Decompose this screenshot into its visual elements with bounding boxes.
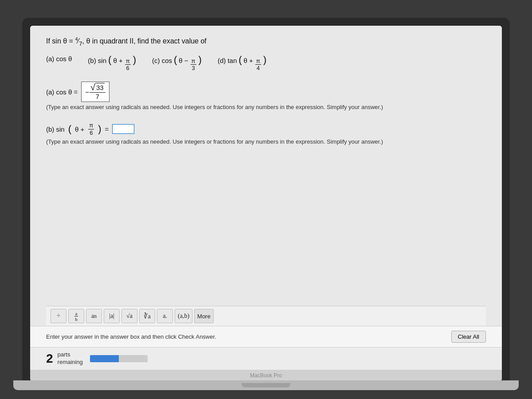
choice-c-lparen: ( [174, 55, 177, 65]
choice-a-label: (a) cos θ [46, 55, 72, 63]
answer-a-frac-den: 7 [95, 93, 100, 101]
type-instruction-a: (Type an exact answer using radicals as … [46, 104, 486, 110]
choice-b-frac-den: 6 [125, 65, 130, 72]
answer-b-frac-num: π [88, 122, 94, 129]
fraction-den: 7 [79, 40, 82, 47]
answer-b-equals: = [105, 125, 109, 133]
choice-b-label: (b) sin [88, 57, 106, 64]
enter-instruction: Enter your answer in the answer box and … [46, 333, 216, 340]
choice-d-frac: π 4 [255, 58, 261, 72]
sqrt-radicand-a: 33 [95, 83, 105, 92]
choice-b: (b) sin ( θ + π 6 ) [88, 55, 136, 72]
choice-a: (a) cos θ [46, 55, 72, 72]
answer-part-a: (a) cos θ = − √ 33 7 [46, 82, 486, 118]
laptop-notch [242, 383, 290, 387]
choice-b-lparen: ( [108, 55, 111, 65]
choice-c-label: (c) cos [152, 57, 172, 64]
choice-d: (d) tan ( θ + π 4 ) [218, 55, 266, 72]
choices-row: (a) cos θ (b) sin ( θ + π 6 ) (c) cos ( … [46, 55, 486, 72]
toolbar-power-btn[interactable]: an [86, 309, 102, 323]
toolbar-more-btn[interactable]: More [194, 309, 214, 323]
toolbar-abs-btn[interactable]: |a| [104, 309, 120, 323]
answer-line-b: (b) sin ( θ + π 6 ) = [46, 122, 486, 136]
parts-remaining: 2 parts remaining [30, 347, 502, 370]
toolbar-fraction-btn[interactable]: a b [68, 309, 84, 323]
type-instruction-b: (Type an exact answer using radicals as … [46, 138, 486, 145]
toolbar-sqrt-btn[interactable]: √a [121, 309, 137, 323]
laptop-base [13, 380, 519, 390]
choice-b-theta: θ + [113, 57, 122, 64]
screen: If sin θ = 4⁄7, θ in quadrant II, find t… [30, 26, 502, 381]
choice-d-theta: θ + [244, 57, 253, 64]
answer-b-lparen: ( [68, 124, 71, 134]
answer-b-frac-den: 6 [89, 129, 94, 137]
negative-sign: − [85, 88, 89, 96]
answer-b-frac: π 6 [88, 122, 94, 136]
clear-all-button[interactable]: Clear All [451, 331, 486, 343]
choice-b-frac-num: π [125, 58, 131, 65]
choice-b-frac: π 6 [125, 58, 131, 72]
sqrt-expr-a: √ 33 [90, 83, 105, 92]
answer-a-label: (a) cos θ = [46, 88, 78, 96]
choice-c-frac-den: 3 [191, 65, 196, 72]
answer-part-b: (b) sin ( θ + π 6 ) = (Type an exact ans… [46, 122, 486, 152]
content-area: If sin θ = 4⁄7, θ in quadrant II, find t… [30, 26, 502, 326]
sqrt-symbol-a: √ [90, 83, 95, 92]
choice-d-lparen: ( [239, 55, 242, 65]
answer-line-a: (a) cos θ = − √ 33 7 [46, 82, 486, 102]
choice-c-frac-num: π [191, 58, 196, 65]
laptop-outer: If sin θ = 4⁄7, θ in quadrant II, find t… [22, 18, 510, 381]
parts-label-line2: remaining [58, 359, 83, 366]
answer-a-value: − √ 33 7 [81, 82, 109, 102]
choice-b-rparen: ) [133, 55, 136, 65]
answer-b-theta: θ + [75, 125, 84, 133]
answer-a-frac-num: √ 33 [90, 83, 106, 93]
parts-label: parts remaining [58, 351, 83, 366]
fraction-num: 4 [75, 36, 78, 42]
toolbar-interval-btn[interactable]: (a,b) [175, 309, 192, 323]
progress-bar-container [90, 355, 148, 362]
answer-b-rparen: ) [98, 124, 101, 134]
question-header: If sin θ = 4⁄7, θ in quadrant II, find t… [46, 36, 486, 47]
answer-b-label: (b) sin [46, 125, 65, 133]
choice-c: (c) cos ( θ − π 3 ) [152, 55, 202, 72]
parts-count: 2 [46, 352, 53, 366]
choice-d-rparen: ) [263, 55, 266, 65]
progress-bar-fill [90, 355, 119, 362]
toolbar-divide-btn[interactable]: ÷ [51, 309, 66, 323]
macbook-label: MacBook Pro [30, 370, 502, 381]
choice-d-frac-den: 4 [256, 65, 261, 72]
math-toolbar: ÷ a b an |a| √a ∛a a. (a,b) More [46, 306, 486, 326]
parts-label-line1: parts [58, 351, 83, 359]
choice-c-rparen: ) [199, 55, 202, 65]
toolbar-cbrt-btn[interactable]: ∛a [139, 309, 155, 323]
choice-c-theta: θ − [179, 57, 188, 64]
bottom-bar: Enter your answer in the answer box and … [30, 326, 502, 347]
toolbar-decimal-btn[interactable]: a. [157, 309, 173, 323]
answer-a-fraction: √ 33 7 [90, 83, 106, 101]
answer-b-input[interactable] [112, 124, 134, 134]
choice-d-label: (d) tan [218, 57, 237, 64]
choice-c-frac: π 3 [191, 58, 196, 72]
choice-d-frac-num: π [255, 58, 261, 65]
